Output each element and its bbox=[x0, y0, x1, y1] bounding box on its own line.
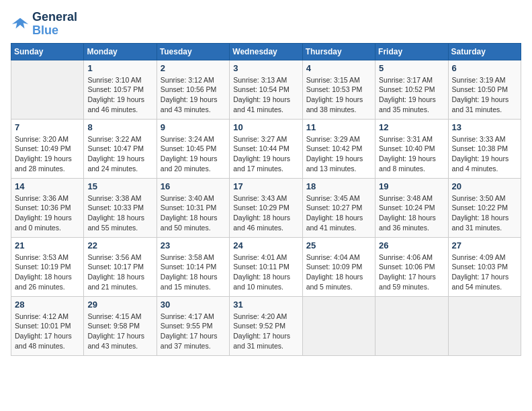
sunset-text: Sunset: 10:54 PM bbox=[233, 85, 289, 93]
sunrise-text: Sunrise: 3:43 AM bbox=[233, 194, 287, 202]
day-info: Sunrise: 4:12 AM Sunset: 10:01 PM Daylig… bbox=[15, 312, 80, 351]
daylight-text: Daylight: 17 hours and 37 minutes. bbox=[161, 332, 218, 350]
day-number: 20 bbox=[452, 181, 517, 191]
calendar-cell: 7 Sunrise: 3:20 AM Sunset: 10:49 PM Dayl… bbox=[11, 119, 84, 178]
calendar-body: 1 Sunrise: 3:10 AM Sunset: 10:57 PM Dayl… bbox=[11, 60, 521, 355]
daylight-text: Daylight: 17 hours and 31 minutes. bbox=[233, 332, 290, 350]
daylight-text: Daylight: 19 hours and 38 minutes. bbox=[306, 95, 363, 113]
logo-text-line1: General bbox=[32, 11, 77, 24]
calendar-cell: 15 Sunrise: 3:38 AM Sunset: 10:33 PM Day… bbox=[84, 178, 157, 237]
calendar-cell: 25 Sunrise: 4:04 AM Sunset: 10:09 PM Day… bbox=[302, 237, 375, 296]
day-info: Sunrise: 3:45 AM Sunset: 10:27 PM Daylig… bbox=[306, 193, 371, 233]
daylight-text: Daylight: 19 hours and 43 minutes. bbox=[161, 95, 218, 113]
day-info: Sunrise: 4:17 AM Sunset: 9:55 PM Dayligh… bbox=[161, 312, 226, 351]
day-number: 2 bbox=[161, 63, 226, 73]
daylight-text: Daylight: 19 hours and 24 minutes. bbox=[87, 154, 144, 173]
sunrise-text: Sunrise: 3:24 AM bbox=[161, 135, 214, 143]
calendar-cell: 3 Sunrise: 3:13 AM Sunset: 10:54 PM Dayl… bbox=[230, 60, 302, 119]
calendar-cell: 6 Sunrise: 3:19 AM Sunset: 10:50 PM Dayl… bbox=[448, 60, 521, 119]
calendar-cell: 23 Sunrise: 3:58 AM Sunset: 10:14 PM Day… bbox=[157, 237, 229, 296]
calendar-cell: 31 Sunrise: 4:20 AM Sunset: 9:52 PM Dayl… bbox=[230, 296, 302, 355]
sunrise-text: Sunrise: 4:01 AM bbox=[233, 253, 287, 261]
calendar-cell: 16 Sunrise: 3:40 AM Sunset: 10:31 PM Day… bbox=[157, 178, 229, 237]
day-info: Sunrise: 3:58 AM Sunset: 10:14 PM Daylig… bbox=[161, 253, 226, 292]
day-info: Sunrise: 3:36 AM Sunset: 10:36 PM Daylig… bbox=[15, 193, 80, 233]
sunrise-text: Sunrise: 3:19 AM bbox=[452, 76, 506, 84]
sunset-text: Sunset: 9:55 PM bbox=[161, 322, 213, 330]
calendar-week-row: 28 Sunrise: 4:12 AM Sunset: 10:01 PM Day… bbox=[11, 296, 521, 355]
day-number: 10 bbox=[233, 122, 298, 132]
daylight-text: Daylight: 18 hours and 26 minutes. bbox=[15, 273, 72, 291]
calendar-cell: 2 Sunrise: 3:12 AM Sunset: 10:56 PM Dayl… bbox=[157, 60, 229, 119]
day-number: 7 bbox=[15, 122, 80, 132]
sunset-text: Sunset: 10:27 PM bbox=[306, 203, 362, 212]
calendar-cell: 4 Sunrise: 3:15 AM Sunset: 10:53 PM Dayl… bbox=[302, 60, 375, 119]
sunset-text: Sunset: 10:42 PM bbox=[306, 144, 362, 152]
sunrise-text: Sunrise: 4:09 AM bbox=[452, 253, 506, 261]
sunset-text: Sunset: 10:01 PM bbox=[15, 322, 71, 330]
calendar-cell: 22 Sunrise: 3:56 AM Sunset: 10:17 PM Day… bbox=[84, 237, 157, 296]
day-info: Sunrise: 3:29 AM Sunset: 10:42 PM Daylig… bbox=[306, 134, 371, 174]
daylight-text: Daylight: 17 hours and 48 minutes. bbox=[15, 332, 72, 350]
calendar-cell: 26 Sunrise: 4:06 AM Sunset: 10:06 PM Day… bbox=[375, 237, 448, 296]
daylight-text: Daylight: 18 hours and 5 minutes. bbox=[306, 273, 363, 291]
day-number: 15 bbox=[87, 181, 152, 191]
sunset-text: Sunset: 10:36 PM bbox=[15, 203, 71, 212]
day-number: 17 bbox=[233, 181, 298, 191]
sunset-text: Sunset: 9:58 PM bbox=[87, 322, 140, 330]
day-info: Sunrise: 3:48 AM Sunset: 10:24 PM Daylig… bbox=[379, 193, 444, 233]
calendar-cell: 27 Sunrise: 4:09 AM Sunset: 10:03 PM Day… bbox=[448, 237, 521, 296]
calendar-cell: 8 Sunrise: 3:22 AM Sunset: 10:47 PM Dayl… bbox=[84, 119, 157, 178]
day-number: 5 bbox=[379, 63, 444, 73]
day-number: 1 bbox=[87, 63, 152, 73]
day-number: 16 bbox=[161, 181, 226, 191]
weekday-header-friday: Friday bbox=[375, 43, 448, 60]
calendar-cell: 17 Sunrise: 3:43 AM Sunset: 10:29 PM Day… bbox=[230, 178, 302, 237]
sunrise-text: Sunrise: 3:48 AM bbox=[379, 194, 433, 202]
calendar-cell: 9 Sunrise: 3:24 AM Sunset: 10:45 PM Dayl… bbox=[157, 119, 229, 178]
day-number: 13 bbox=[452, 122, 517, 132]
sunset-text: Sunset: 10:56 PM bbox=[161, 85, 216, 93]
svg-marker-0 bbox=[12, 17, 28, 28]
daylight-text: Daylight: 19 hours and 35 minutes. bbox=[379, 95, 436, 113]
calendar-cell: 14 Sunrise: 3:36 AM Sunset: 10:36 PM Day… bbox=[11, 178, 84, 237]
day-number: 26 bbox=[379, 240, 444, 250]
day-info: Sunrise: 3:10 AM Sunset: 10:57 PM Daylig… bbox=[87, 75, 152, 115]
day-info: Sunrise: 4:01 AM Sunset: 10:11 PM Daylig… bbox=[233, 253, 298, 292]
sunset-text: Sunset: 10:49 PM bbox=[15, 144, 71, 152]
sunset-text: Sunset: 10:44 PM bbox=[233, 144, 289, 152]
daylight-text: Daylight: 18 hours and 21 minutes. bbox=[87, 273, 144, 291]
weekday-header-wednesday: Wednesday bbox=[230, 43, 302, 60]
daylight-text: Daylight: 19 hours and 20 minutes. bbox=[161, 154, 218, 173]
sunrise-text: Sunrise: 4:17 AM bbox=[161, 312, 214, 320]
sunset-text: Sunset: 10:24 PM bbox=[379, 203, 435, 212]
day-info: Sunrise: 3:38 AM Sunset: 10:33 PM Daylig… bbox=[87, 193, 152, 233]
sunrise-text: Sunrise: 3:15 AM bbox=[306, 76, 360, 84]
day-number: 29 bbox=[87, 300, 152, 310]
daylight-text: Daylight: 19 hours and 8 minutes. bbox=[379, 154, 436, 173]
sunset-text: Sunset: 10:57 PM bbox=[87, 85, 143, 93]
sunrise-text: Sunrise: 3:17 AM bbox=[379, 76, 433, 84]
day-info: Sunrise: 3:53 AM Sunset: 10:19 PM Daylig… bbox=[15, 253, 80, 292]
day-info: Sunrise: 3:15 AM Sunset: 10:53 PM Daylig… bbox=[306, 75, 371, 115]
day-info: Sunrise: 4:09 AM Sunset: 10:03 PM Daylig… bbox=[452, 253, 517, 292]
sunset-text: Sunset: 10:31 PM bbox=[161, 203, 216, 212]
daylight-text: Daylight: 18 hours and 36 minutes. bbox=[379, 214, 436, 232]
calendar-cell bbox=[302, 296, 375, 355]
sunset-text: Sunset: 10:29 PM bbox=[233, 203, 289, 212]
day-info: Sunrise: 4:04 AM Sunset: 10:09 PM Daylig… bbox=[306, 253, 371, 292]
daylight-text: Daylight: 19 hours and 41 minutes. bbox=[233, 95, 290, 113]
calendar-cell: 5 Sunrise: 3:17 AM Sunset: 10:52 PM Dayl… bbox=[375, 60, 448, 119]
weekday-header-thursday: Thursday bbox=[302, 43, 375, 60]
sunrise-text: Sunrise: 3:36 AM bbox=[15, 194, 69, 202]
calendar-table: SundayMondayTuesdayWednesdayThursdayFrid… bbox=[11, 43, 521, 356]
sunset-text: Sunset: 10:17 PM bbox=[87, 263, 143, 271]
day-info: Sunrise: 3:33 AM Sunset: 10:38 PM Daylig… bbox=[452, 134, 517, 174]
day-info: Sunrise: 3:27 AM Sunset: 10:44 PM Daylig… bbox=[233, 134, 298, 174]
calendar-cell: 24 Sunrise: 4:01 AM Sunset: 10:11 PM Day… bbox=[230, 237, 302, 296]
sunrise-text: Sunrise: 4:20 AM bbox=[233, 312, 287, 320]
daylight-text: Daylight: 19 hours and 13 minutes. bbox=[306, 154, 363, 173]
sunset-text: Sunset: 10:14 PM bbox=[161, 263, 216, 271]
weekday-header-row: SundayMondayTuesdayWednesdayThursdayFrid… bbox=[11, 43, 521, 60]
weekday-header-sunday: Sunday bbox=[11, 43, 84, 60]
